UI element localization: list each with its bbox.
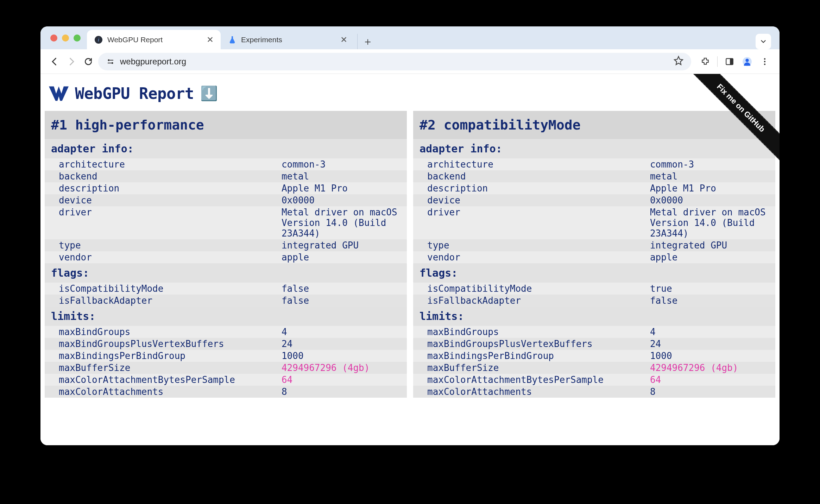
- tab-overflow-button[interactable]: [756, 34, 771, 49]
- property-value: 1000: [282, 351, 407, 361]
- minimize-window-icon[interactable]: [62, 34, 69, 42]
- property-value: integrated GPU: [282, 240, 407, 251]
- back-button[interactable]: [48, 55, 62, 69]
- table-row: isCompatibilityModefalse: [45, 283, 407, 295]
- property-value: 0x0000: [650, 195, 775, 206]
- property-value: metal: [650, 171, 775, 182]
- svg-point-2: [108, 59, 110, 61]
- property-key: description: [59, 183, 282, 194]
- tab-strip: i WebGPU Report ✕ Experiments ✕ ＋: [87, 26, 776, 49]
- profile-icon[interactable]: [739, 54, 755, 69]
- svg-point-4: [112, 62, 113, 64]
- svg-point-11: [764, 61, 765, 62]
- sidepanel-icon[interactable]: [722, 54, 737, 69]
- property-key: device: [59, 195, 282, 206]
- property-value: Apple M1 Pro: [282, 183, 407, 194]
- property-value: true: [650, 283, 775, 294]
- tab-experiments[interactable]: Experiments ✕: [221, 30, 354, 49]
- table-row: vendorapple: [45, 251, 407, 263]
- section-heading: flags:: [413, 263, 775, 283]
- property-value: false: [282, 283, 407, 294]
- property-value: 4: [650, 327, 775, 337]
- site-settings-icon[interactable]: [106, 57, 115, 66]
- tab-webgpu-report[interactable]: i WebGPU Report ✕: [87, 30, 221, 49]
- property-key: maxBindGroups: [59, 327, 282, 337]
- table-row: isFallbackAdapterfalse: [45, 295, 407, 307]
- property-value: 64: [650, 374, 775, 385]
- panel-heading: #1 high-performance: [45, 111, 407, 139]
- section-heading: adapter info:: [413, 139, 775, 158]
- divider: [717, 56, 718, 67]
- property-value: false: [282, 295, 407, 306]
- property-value: 8: [650, 386, 775, 397]
- property-key: maxBufferSize: [427, 363, 650, 373]
- reload-button[interactable]: [81, 55, 95, 69]
- property-key: maxColorAttachments: [59, 386, 282, 397]
- property-key: type: [427, 240, 650, 251]
- property-key: backend: [427, 171, 650, 182]
- property-value: Metal driver on macOS Version 14.0 (Buil…: [650, 207, 775, 239]
- property-key: isCompatibilityMode: [59, 283, 282, 294]
- table-row: architecturecommon-3: [45, 158, 407, 170]
- maximize-window-icon[interactable]: [74, 34, 81, 42]
- panels: #1 high-performanceadapter info:architec…: [40, 111, 780, 398]
- section-heading: flags:: [45, 263, 407, 283]
- extensions-icon[interactable]: [698, 54, 713, 69]
- forward-button[interactable]: [64, 55, 78, 69]
- svg-point-12: [764, 63, 765, 65]
- address-bar: webgpureport.org: [40, 49, 780, 74]
- table-row: backendmetal: [413, 170, 775, 182]
- property-key: vendor: [59, 252, 282, 263]
- table-row: maxBindGroups4: [45, 326, 407, 338]
- toolbar-actions: [694, 54, 772, 69]
- menu-icon[interactable]: [757, 54, 772, 69]
- table-row: isCompatibilityModetrue: [413, 283, 775, 295]
- property-value: 1000: [650, 351, 775, 361]
- property-key: driver: [59, 207, 282, 239]
- tab-title: WebGPU Report: [107, 36, 163, 44]
- page-content: WebGPU Report ⬇️ #1 high-performanceadap…: [40, 74, 780, 445]
- table-row: maxBufferSize4294967296 (4gb): [45, 362, 407, 374]
- table-row: isFallbackAdapterfalse: [413, 295, 775, 307]
- property-key: maxBindingsPerBindGroup: [59, 351, 282, 361]
- property-key: maxBufferSize: [59, 363, 282, 373]
- svg-point-10: [764, 58, 765, 59]
- section-rows: isCompatibilityModetrueisFallbackAdapter…: [413, 283, 775, 307]
- property-key: maxBindGroupsPlusVertexBuffers: [59, 339, 282, 349]
- property-key: maxColorAttachmentBytesPerSample: [59, 374, 282, 385]
- property-key: maxColorAttachments: [427, 386, 650, 397]
- property-key: architecture: [427, 159, 650, 170]
- panel-heading: #2 compatibilityMode: [413, 111, 775, 139]
- property-value: common-3: [282, 159, 407, 170]
- property-key: maxBindGroupsPlusVertexBuffers: [427, 339, 650, 349]
- page-title: WebGPU Report: [75, 84, 194, 102]
- section-rows: maxBindGroups4maxBindGroupsPlusVertexBuf…: [413, 326, 775, 398]
- property-value: Apple M1 Pro: [650, 183, 775, 194]
- property-key: isCompatibilityMode: [427, 283, 650, 294]
- property-value: apple: [282, 252, 407, 263]
- new-tab-button[interactable]: ＋: [357, 34, 373, 49]
- browser-window: i WebGPU Report ✕ Experiments ✕ ＋: [40, 26, 780, 445]
- property-key: description: [427, 183, 650, 194]
- tab-title: Experiments: [241, 36, 282, 44]
- property-value: metal: [282, 171, 407, 182]
- property-key: device: [427, 195, 650, 206]
- url-input[interactable]: webgpureport.org: [98, 53, 691, 70]
- section-rows: maxBindGroups4maxBindGroupsPlusVertexBuf…: [45, 326, 407, 398]
- section-heading: adapter info:: [45, 139, 407, 158]
- property-value: integrated GPU: [650, 240, 775, 251]
- table-row: typeintegrated GPU: [45, 239, 407, 251]
- table-row: driverMetal driver on macOS Version 14.0…: [413, 206, 775, 239]
- panel: #1 high-performanceadapter info:architec…: [45, 111, 407, 398]
- close-icon[interactable]: ✕: [340, 35, 347, 45]
- table-row: driverMetal driver on macOS Version 14.0…: [45, 206, 407, 239]
- download-icon[interactable]: ⬇️: [200, 85, 218, 102]
- table-row: device0x0000: [413, 194, 775, 206]
- close-window-icon[interactable]: [50, 34, 57, 42]
- property-key: maxColorAttachmentBytesPerSample: [427, 374, 650, 385]
- property-key: isFallbackAdapter: [59, 295, 282, 306]
- star-icon[interactable]: [674, 56, 683, 68]
- table-row: maxBindingsPerBindGroup1000: [413, 350, 775, 362]
- close-icon[interactable]: ✕: [207, 35, 214, 45]
- property-key: driver: [427, 207, 650, 239]
